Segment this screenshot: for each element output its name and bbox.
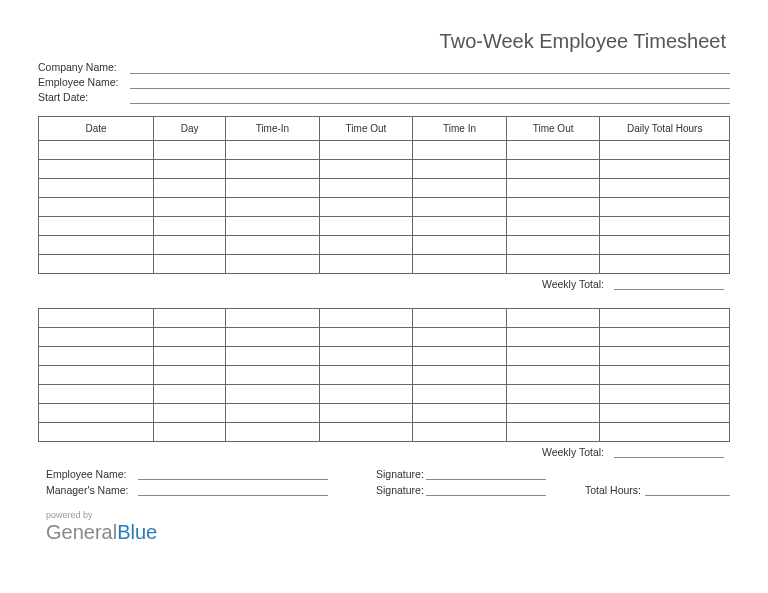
table-cell[interactable] [154,141,226,160]
sig-employee-name-line[interactable] [138,468,328,480]
table-cell[interactable] [319,423,413,442]
table-cell[interactable] [39,160,154,179]
table-cell[interactable] [154,160,226,179]
table-cell[interactable] [154,255,226,274]
table-cell[interactable] [600,160,730,179]
table-cell[interactable] [39,198,154,217]
table-cell[interactable] [413,255,507,274]
week1-total-line[interactable] [614,280,724,290]
table-cell[interactable] [413,141,507,160]
table-cell[interactable] [226,423,320,442]
table-cell[interactable] [39,179,154,198]
table-cell[interactable] [226,217,320,236]
employee-name-input-line[interactable] [130,77,730,89]
table-cell[interactable] [506,255,600,274]
table-cell[interactable] [319,385,413,404]
table-cell[interactable] [226,404,320,423]
total-hours-line[interactable] [645,484,730,496]
table-cell[interactable] [319,404,413,423]
table-cell[interactable] [600,309,730,328]
table-cell[interactable] [413,198,507,217]
table-cell[interactable] [226,347,320,366]
table-cell[interactable] [413,160,507,179]
sig-signature-line-2[interactable] [426,484,546,496]
sig-manager-name-line[interactable] [138,484,328,496]
start-date-input-line[interactable] [130,92,730,104]
table-cell[interactable] [319,160,413,179]
table-cell[interactable] [506,141,600,160]
table-cell[interactable] [154,385,226,404]
table-cell[interactable] [154,236,226,255]
table-cell[interactable] [154,404,226,423]
table-cell[interactable] [39,347,154,366]
table-cell[interactable] [506,423,600,442]
table-cell[interactable] [506,236,600,255]
table-cell[interactable] [506,347,600,366]
table-cell[interactable] [154,198,226,217]
table-cell[interactable] [413,347,507,366]
table-cell[interactable] [154,309,226,328]
table-cell[interactable] [600,255,730,274]
table-cell[interactable] [600,141,730,160]
table-cell[interactable] [226,160,320,179]
table-cell[interactable] [413,328,507,347]
table-cell[interactable] [319,366,413,385]
table-cell[interactable] [226,328,320,347]
table-cell[interactable] [600,385,730,404]
table-cell[interactable] [600,366,730,385]
table-cell[interactable] [39,141,154,160]
table-cell[interactable] [506,366,600,385]
table-cell[interactable] [506,404,600,423]
sig-signature-line-1[interactable] [426,468,546,480]
table-cell[interactable] [226,309,320,328]
table-cell[interactable] [154,328,226,347]
table-cell[interactable] [506,179,600,198]
table-cell[interactable] [319,347,413,366]
table-cell[interactable] [413,385,507,404]
table-cell[interactable] [319,255,413,274]
table-cell[interactable] [413,179,507,198]
table-cell[interactable] [319,309,413,328]
table-cell[interactable] [39,366,154,385]
table-cell[interactable] [226,179,320,198]
table-cell[interactable] [39,328,154,347]
table-cell[interactable] [600,347,730,366]
table-cell[interactable] [506,160,600,179]
table-cell[interactable] [413,236,507,255]
table-cell[interactable] [39,309,154,328]
table-cell[interactable] [154,366,226,385]
table-cell[interactable] [226,141,320,160]
table-cell[interactable] [506,198,600,217]
table-cell[interactable] [506,328,600,347]
table-cell[interactable] [226,385,320,404]
table-cell[interactable] [226,366,320,385]
table-cell[interactable] [39,423,154,442]
table-cell[interactable] [226,198,320,217]
company-name-input-line[interactable] [130,62,730,74]
table-cell[interactable] [39,236,154,255]
table-cell[interactable] [39,404,154,423]
table-cell[interactable] [600,179,730,198]
table-cell[interactable] [600,404,730,423]
table-cell[interactable] [226,236,320,255]
table-cell[interactable] [413,309,507,328]
table-cell[interactable] [319,217,413,236]
table-cell[interactable] [154,179,226,198]
table-cell[interactable] [319,179,413,198]
table-cell[interactable] [154,217,226,236]
table-cell[interactable] [413,423,507,442]
table-cell[interactable] [319,198,413,217]
table-cell[interactable] [600,328,730,347]
table-cell[interactable] [319,236,413,255]
table-cell[interactable] [39,385,154,404]
table-cell[interactable] [319,328,413,347]
table-cell[interactable] [413,404,507,423]
table-cell[interactable] [413,217,507,236]
table-cell[interactable] [226,255,320,274]
table-cell[interactable] [154,347,226,366]
table-cell[interactable] [600,217,730,236]
table-cell[interactable] [506,217,600,236]
table-cell[interactable] [600,198,730,217]
table-cell[interactable] [600,423,730,442]
table-cell[interactable] [319,141,413,160]
